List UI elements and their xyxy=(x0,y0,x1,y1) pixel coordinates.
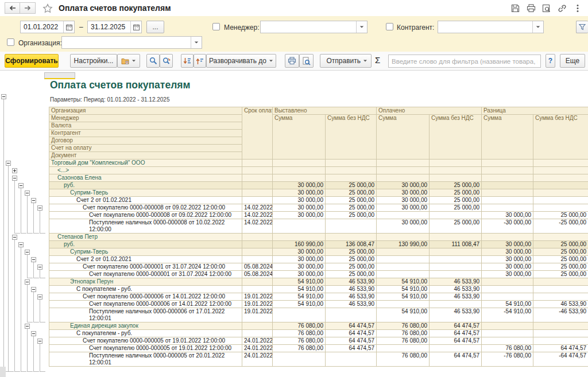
row-label-cell[interactable]: Счет покупателю 0000-000005 от 19.01.202… xyxy=(49,337,242,345)
group-collapse-box[interactable] xyxy=(25,324,30,329)
amount-cell[interactable] xyxy=(326,352,377,367)
amount-cell[interactable]: 54 910,00 xyxy=(273,301,326,308)
amount-cell[interactable]: -25 000,00 xyxy=(533,219,588,234)
amount-cell[interactable]: 54 910,00 xyxy=(377,308,430,322)
search-next-button[interactable] xyxy=(160,54,173,68)
amount-cell[interactable]: 30 000,00 xyxy=(482,256,533,263)
group-collapse-box[interactable] xyxy=(12,176,17,181)
amount-cell[interactable]: 25 000,00 xyxy=(326,263,377,271)
report-variants-button[interactable] xyxy=(117,54,140,68)
amount-cell[interactable]: 25 000,00 xyxy=(326,197,377,204)
amount-cell[interactable]: 25 000,00 xyxy=(326,189,377,197)
row-label-cell[interactable]: Степанов Петр xyxy=(49,234,242,241)
row-label-cell[interactable]: Счет покупателю 0000-000006 от 14.01.202… xyxy=(49,301,242,308)
amount-cell[interactable]: 64 474,57 xyxy=(326,345,377,352)
amount-cell[interactable] xyxy=(326,234,377,241)
row-label-cell[interactable]: Счет покупателю 0000-000001 от 31.07.202… xyxy=(49,271,242,278)
amount-cell[interactable] xyxy=(377,271,430,278)
amount-cell[interactable] xyxy=(533,322,588,330)
amount-cell[interactable]: 46 533,90 xyxy=(326,286,377,293)
period-from-calendar-button[interactable] xyxy=(63,21,74,33)
amount-cell[interactable]: 54 910,00 xyxy=(273,286,326,293)
amount-cell[interactable] xyxy=(377,248,430,256)
due-date-cell[interactable] xyxy=(242,197,273,204)
amount-cell[interactable]: 46 533,90 xyxy=(430,293,482,301)
amount-cell[interactable]: 30 000,00 xyxy=(273,271,326,278)
row-label-cell[interactable]: Поступление наличных 0000-000006 от 17.0… xyxy=(49,308,242,322)
row-label-cell[interactable]: С покупателем - руб. xyxy=(49,286,242,293)
amount-cell[interactable]: 54 910,00 xyxy=(482,301,533,308)
amount-cell[interactable]: 160 990,00 xyxy=(273,241,326,248)
amount-cell[interactable]: 25 000,00 xyxy=(533,263,588,271)
amount-cell[interactable] xyxy=(430,160,482,167)
amount-cell[interactable] xyxy=(273,167,326,174)
due-date-cell[interactable] xyxy=(242,286,273,293)
row-label-cell[interactable]: Сазонова Елена xyxy=(49,174,242,182)
amount-cell[interactable]: 46 533,90 xyxy=(326,278,377,286)
row-label-cell[interactable]: Счет покупателю 0000-000008 от 09.02.202… xyxy=(49,212,242,219)
row-label-cell[interactable]: Единая дирекция закупок xyxy=(49,322,242,330)
amount-cell[interactable]: 54 910,00 xyxy=(377,278,430,286)
amount-cell[interactable]: 46 533,90 xyxy=(326,301,377,308)
amount-cell[interactable] xyxy=(273,160,326,167)
amount-cell[interactable]: 30 000,00 xyxy=(377,197,430,204)
print-preview-button[interactable] xyxy=(299,54,314,68)
amount-cell[interactable] xyxy=(533,204,588,212)
amount-cell[interactable] xyxy=(377,167,430,174)
amount-cell[interactable]: 30 000,00 xyxy=(482,241,533,248)
amount-cell[interactable] xyxy=(430,263,482,271)
due-date-cell[interactable]: 05.08.2024 xyxy=(242,271,273,278)
counterparty-checkbox[interactable] xyxy=(386,23,393,30)
due-date-cell[interactable]: 19.01.2022 xyxy=(242,308,273,322)
amount-cell[interactable]: 25 000,00 xyxy=(533,271,588,278)
amount-cell[interactable] xyxy=(377,160,430,167)
due-date-cell[interactable] xyxy=(242,182,273,189)
amount-cell[interactable]: 25 000,00 xyxy=(430,189,482,197)
amount-cell[interactable] xyxy=(377,263,430,271)
row-label-cell[interactable]: руб. xyxy=(49,182,242,189)
amount-cell[interactable] xyxy=(482,337,533,345)
settings-button[interactable]: Настройки... xyxy=(70,54,117,68)
amount-cell[interactable]: 76 080,00 xyxy=(377,337,430,345)
row-label-cell[interactable]: Счет покупателю 0000-000006 от 14.01.202… xyxy=(49,293,242,301)
due-date-cell[interactable] xyxy=(242,256,273,263)
due-date-cell[interactable]: 14.02.2022 xyxy=(242,204,273,212)
manager-checkbox[interactable] xyxy=(212,23,220,30)
amount-cell[interactable] xyxy=(482,160,533,167)
row-label-cell[interactable]: руб. xyxy=(49,241,242,248)
amount-cell[interactable] xyxy=(273,308,326,322)
amount-cell[interactable]: 30 000,00 xyxy=(273,256,326,263)
amount-cell[interactable] xyxy=(430,212,482,219)
quick-filter-input[interactable] xyxy=(388,55,541,68)
period-to-calendar-button[interactable] xyxy=(130,21,141,33)
due-date-cell[interactable] xyxy=(242,330,273,337)
due-date-cell[interactable]: 19.01.2022 xyxy=(242,301,273,308)
amount-cell[interactable] xyxy=(326,308,377,322)
amount-cell[interactable] xyxy=(430,248,482,256)
amount-cell[interactable] xyxy=(533,174,588,182)
group-expand-box[interactable] xyxy=(12,168,17,173)
row-label-cell[interactable]: Счет 2 от 01.02.2021 xyxy=(49,197,242,204)
due-date-cell[interactable] xyxy=(242,278,273,286)
amount-cell[interactable]: 25 000,00 xyxy=(430,219,482,234)
amount-cell[interactable] xyxy=(377,234,430,241)
amount-cell[interactable]: 30 000,00 xyxy=(482,271,533,278)
amount-cell[interactable]: 54 910,00 xyxy=(273,278,326,286)
amount-cell[interactable]: 76 080,00 xyxy=(273,322,326,330)
amount-cell[interactable] xyxy=(482,286,533,293)
counterparty-combobox[interactable] xyxy=(438,21,544,33)
back-button[interactable] xyxy=(5,2,20,14)
favorite-star-icon[interactable] xyxy=(42,3,53,13)
due-date-cell[interactable]: 24.01.2022 xyxy=(242,337,273,345)
amount-cell[interactable]: 30 000,00 xyxy=(273,212,326,219)
organization-combobox[interactable] xyxy=(61,36,202,49)
amount-cell[interactable]: 111 008,47 xyxy=(430,241,482,248)
amount-cell[interactable]: 54 910,00 xyxy=(273,293,326,301)
manager-combobox[interactable] xyxy=(260,21,368,33)
group-collapse-box[interactable] xyxy=(31,198,36,203)
amount-cell[interactable] xyxy=(482,322,533,330)
group-collapse-box[interactable] xyxy=(25,250,30,255)
amount-cell[interactable]: 76 080,00 xyxy=(482,345,533,352)
group-collapse-box[interactable] xyxy=(37,339,42,344)
amount-cell[interactable]: 25 000,00 xyxy=(326,271,377,278)
